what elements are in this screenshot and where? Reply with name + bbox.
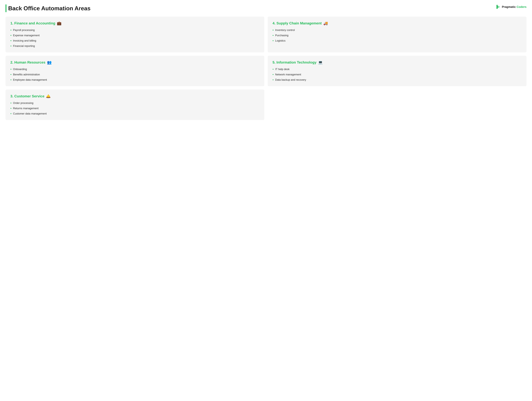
card-title-it: 5. Information Technology 💻 bbox=[272, 60, 522, 64]
list-item: Data backup and recovery bbox=[272, 78, 522, 81]
supply-chain-title-text: 4. Supply Chain Management bbox=[272, 21, 322, 25]
card-title-customer-service: 3. Customer Service 🛎️ bbox=[10, 94, 260, 98]
svg-point-1 bbox=[497, 6, 498, 7]
finance-title-text: 1. Finance and Accounting bbox=[10, 21, 55, 25]
logo: Pragmatic Coders bbox=[496, 4, 526, 9]
page-header: Back Office Automation Areas Pragmatic C… bbox=[6, 4, 526, 12]
logo-icon bbox=[496, 4, 501, 9]
customer-service-title-text: 3. Customer Service bbox=[10, 94, 44, 98]
card-it: 5. Information Technology 💻 IT help desk… bbox=[268, 56, 526, 86]
it-emoji: 💻 bbox=[318, 60, 323, 64]
hr-title-text: 2. Human Resources bbox=[10, 60, 45, 64]
card-title-finance: 1. Finance and Accounting 💼 bbox=[10, 21, 260, 25]
list-item: Employee data management bbox=[10, 78, 260, 81]
list-item: Purchasing bbox=[272, 34, 522, 37]
finance-list: Payroll processing Expense management In… bbox=[10, 29, 260, 48]
list-item: Benefits administration bbox=[10, 73, 260, 76]
it-list: IT help desk Network management Data bac… bbox=[272, 68, 522, 81]
it-title-text: 5. Information Technology bbox=[272, 60, 317, 64]
page-title: Back Office Automation Areas bbox=[8, 5, 90, 12]
card-title-supply-chain: 4. Supply Chain Management 🚚 bbox=[272, 21, 522, 25]
supply-chain-emoji: 🚚 bbox=[323, 21, 328, 25]
list-item: Payroll processing bbox=[10, 29, 260, 31]
customer-service-emoji: 🛎️ bbox=[46, 94, 51, 98]
list-item: Customer data management bbox=[10, 112, 260, 115]
card-supply-chain: 4. Supply Chain Management 🚚 Inventory c… bbox=[268, 17, 526, 52]
list-item: Invoicing and billing bbox=[10, 39, 260, 42]
title-accent-bar bbox=[6, 4, 6, 12]
logo-text: Pragmatic Coders bbox=[502, 5, 526, 9]
customer-service-list: Order processing Returns management Cust… bbox=[10, 101, 260, 115]
card-finance: 1. Finance and Accounting 💼 Payroll proc… bbox=[6, 17, 264, 52]
supply-chain-list: Inventory control Purchasing Logistics bbox=[272, 29, 522, 42]
list-item: Expense management bbox=[10, 34, 260, 37]
list-item: Returns management bbox=[10, 107, 260, 110]
title-wrapper: Back Office Automation Areas bbox=[6, 4, 90, 12]
card-customer-service: 3. Customer Service 🛎️ Order processing … bbox=[6, 89, 264, 120]
card-title-hr: 2. Human Resources 👥 bbox=[10, 60, 260, 64]
list-item: Network management bbox=[272, 73, 522, 76]
list-item: Logistics bbox=[272, 39, 522, 42]
hr-emoji: 👥 bbox=[47, 60, 52, 64]
list-item: Order processing bbox=[10, 101, 260, 105]
list-item: Inventory control bbox=[272, 29, 522, 31]
list-item: IT help desk bbox=[272, 68, 522, 71]
list-item: Onboarding bbox=[10, 68, 260, 71]
list-item: Financial reporting bbox=[10, 44, 260, 48]
hr-list: Onboarding Benefits administration Emplo… bbox=[10, 68, 260, 81]
cards-grid: 1. Finance and Accounting 💼 Payroll proc… bbox=[6, 17, 526, 120]
finance-emoji: 💼 bbox=[57, 21, 62, 25]
logo-colored-text: Coders bbox=[516, 5, 526, 8]
card-hr: 2. Human Resources 👥 Onboarding Benefits… bbox=[6, 56, 264, 86]
